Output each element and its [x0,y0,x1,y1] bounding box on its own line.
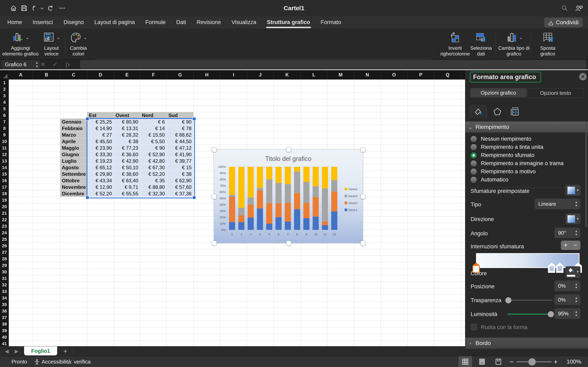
row-header-9[interactable]: 9 [0,132,9,138]
row-header-6[interactable]: 6 [0,112,9,119]
column-header-K[interactable]: K [274,70,301,80]
row-header-31[interactable]: 31 [0,275,9,282]
chart-resize-handle[interactable] [361,241,365,246]
confirm-icon[interactable]: ✓ [51,59,60,69]
series-header-cell[interactable]: Ovest [114,112,140,119]
effects-tab[interactable] [489,105,505,118]
position-field[interactable]: 0%▲▼ [554,281,580,291]
ribbon-tab-home[interactable]: Home [3,16,26,29]
name-box-stepper[interactable]: ▲▼ [35,60,38,68]
column-header-O[interactable]: O [381,70,407,80]
table-cell[interactable]: € 77,23 [114,145,140,151]
fill-option-3[interactable]: Riempimento sfumato [471,152,535,159]
table-cell[interactable]: € 90 [167,119,194,125]
zoom-slider-thumb[interactable] [528,358,536,366]
preset-gradients-dropdown[interactable]: ▼ [565,185,580,196]
chart-resize-handle[interactable] [361,194,365,199]
table-cell[interactable]: € 38,60 [114,171,140,177]
table-cell[interactable]: € 42,90 [114,158,140,164]
change-chart-type-button[interactable]: ⌄Cambia tipo di grafico [498,30,530,58]
column-header-C[interactable]: C [60,70,87,80]
chart-resize-handle[interactable] [212,194,217,199]
row-header-41[interactable]: 41 [0,341,9,346]
row-header-4[interactable]: 4 [0,99,9,106]
row-header-38[interactable]: 38 [0,321,9,327]
chart-resize-handle[interactable] [212,241,217,246]
name-box[interactable]: Grafico 6 ▲▼ [1,60,40,69]
table-cell[interactable]: € 50,10 [114,164,140,171]
ribbon-tab-disegno[interactable]: Disegno [59,16,88,29]
table-cell[interactable]: € 67,30 [140,164,167,171]
row-header-17[interactable]: 17 [0,184,9,191]
change-colors-button[interactable]: ⌄Cambia colori [66,30,91,58]
series-header-cell[interactable]: Est [87,112,114,119]
close-pane-icon[interactable]: ✕ [579,73,587,80]
angle-field[interactable]: 90°▲▼ [554,227,580,238]
fill-option-2[interactable]: Riempimento a tinta unita [471,144,543,151]
tipo-select[interactable]: Lineare▲▼ [535,199,580,209]
column-header-Q[interactable]: Q [434,70,461,80]
month-cell[interactable]: Settembre [60,171,87,177]
table-cell[interactable]: € 9,71 [114,184,140,191]
search-icon[interactable] [561,4,568,12]
row-header-29[interactable]: 29 [0,262,9,269]
table-cell[interactable]: € 62,90 [167,177,194,184]
table-cell[interactable]: € 35 [140,177,167,184]
row-header-30[interactable]: 30 [0,269,9,275]
stepper-icon[interactable]: ▲▼ [572,199,580,209]
row-header-16[interactable]: 16 [0,177,9,184]
gradient-stops-bar[interactable] [476,253,579,268]
table-cell[interactable]: € 28,32 [114,132,140,138]
column-header-A[interactable]: A [9,70,33,80]
table-cell[interactable]: € 78 [167,125,194,132]
row-header-19[interactable]: 19 [0,197,9,203]
row-header-2[interactable]: 2 [0,86,9,92]
column-header-G[interactable]: G [167,70,194,80]
stepper-icon[interactable]: ▲▼ [572,294,580,305]
month-cell[interactable]: Dicembre [60,191,87,197]
table-cell[interactable]: € 25,25 [87,119,114,125]
row-header-3[interactable]: 3 [0,92,9,99]
zoom-percentage[interactable]: 100% [563,356,585,367]
row-header-37[interactable]: 37 [0,314,9,321]
select-data-button[interactable]: Seleziona dati [467,30,495,58]
row-header-20[interactable]: 20 [0,203,9,210]
table-cell[interactable]: € 45,50 [87,138,114,145]
chart-resize-handle[interactable] [286,241,291,246]
brightness-slider-handle[interactable] [548,311,554,317]
table-cell[interactable]: € 32,30 [140,191,167,197]
fill-option-4[interactable]: Riempimento a immagine o trama [471,160,563,167]
sheet-tab-foglio1[interactable]: Foglio1 [24,346,57,355]
table-cell[interactable]: € 33,30 [87,151,114,158]
row-header-26[interactable]: 26 [0,243,9,249]
month-cell[interactable]: Giugno [60,151,87,158]
page-break-view-button[interactable] [492,356,505,367]
table-cell[interactable]: € 36,60 [114,151,140,158]
tab-opzioni-grafico[interactable]: Opzioni grafico [470,88,527,98]
section-bordo[interactable]: ›Bordo [465,338,588,349]
next-sheet-icon[interactable]: ▶ [15,346,18,356]
chart-resize-handle[interactable] [212,147,217,152]
table-cell[interactable]: € 65,12 [87,164,114,171]
row-header-15[interactable]: 15 [0,171,9,177]
series-header-cell[interactable]: Nord [140,112,167,119]
select-all-corner[interactable] [0,70,9,80]
table-cell[interactable]: € 42,80 [140,158,167,164]
month-cell[interactable]: Novembre [60,184,87,191]
row-header-10[interactable]: 10 [0,138,9,145]
row-header-5[interactable]: 5 [0,106,9,112]
table-cell[interactable]: € 23,90 [87,145,114,151]
table-cell[interactable]: € 52,20 [87,191,114,197]
fill-option-6[interactable]: Automatico [471,176,508,184]
row-header-36[interactable]: 36 [0,308,9,314]
normal-view-button[interactable] [458,356,472,367]
row-header-35[interactable]: 35 [0,301,9,308]
ribbon-tab-struttura-grafico[interactable]: Struttura grafico [262,16,315,29]
stepper-icon[interactable]: ▲▼ [572,308,580,319]
insert-function-icon[interactable]: fx [63,59,72,69]
chart[interactable]: Titolo del grafico100%90%80%70%60%50%40%… [214,149,363,243]
month-cell[interactable]: Febbraio [60,125,87,132]
fill-option-1[interactable]: Nessun riempimento [471,136,531,143]
share-people-icon[interactable] [575,4,582,12]
table-cell[interactable]: € 12,90 [87,184,114,191]
